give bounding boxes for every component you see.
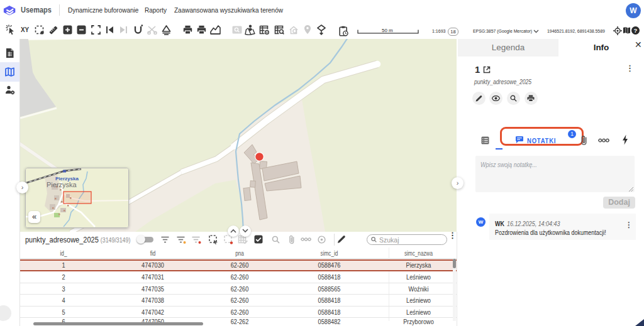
svg-text:Pierzyska: Pierzyska — [47, 181, 77, 188]
